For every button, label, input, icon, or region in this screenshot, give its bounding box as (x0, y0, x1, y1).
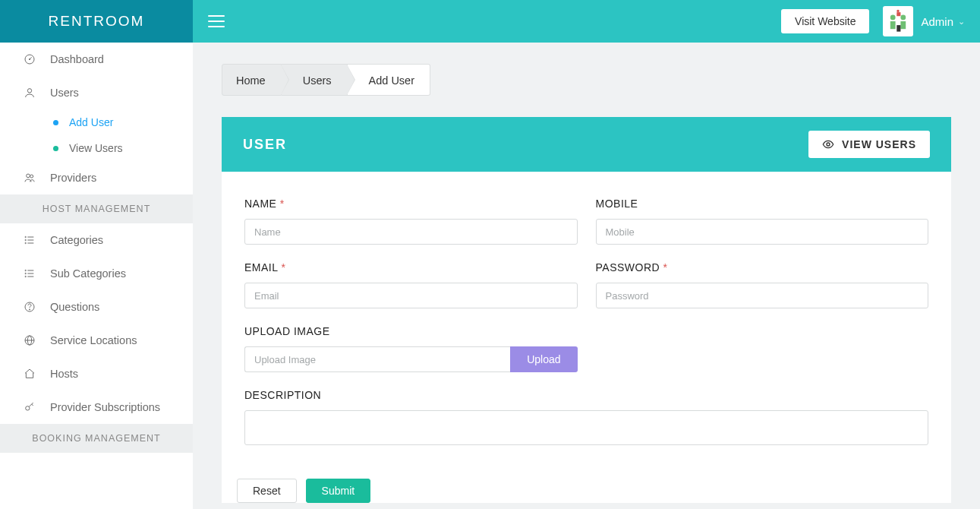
svg-rect-5 (897, 12, 901, 16)
sidebar-item-sub-categories[interactable]: Sub Categories (0, 257, 193, 290)
breadcrumb-home[interactable]: Home (222, 64, 282, 96)
sidebar-item-hosts[interactable]: Hosts (0, 357, 193, 390)
mobile-input[interactable] (596, 219, 929, 245)
svg-point-17 (25, 239, 26, 240)
providers-icon (23, 172, 36, 184)
view-users-button[interactable]: VIEW USERS (808, 131, 930, 158)
home-icon (23, 368, 36, 380)
svg-point-12 (30, 175, 33, 178)
bullet-icon (53, 146, 58, 151)
card-title: USER (243, 137, 808, 153)
list-icon (23, 234, 36, 246)
sidebar-section-booking: BOOKING MANAGEMENT (0, 424, 193, 453)
description-label: DESCRIPTION (244, 389, 928, 401)
avatar[interactable] (883, 6, 913, 36)
svg-point-7 (897, 10, 900, 12)
sidebar-subitem-add-user[interactable]: Add User (0, 109, 193, 135)
card-header: USER VIEW USERS (222, 117, 951, 172)
svg-point-31 (827, 143, 830, 146)
description-input[interactable] (244, 410, 928, 445)
view-users-button-label: VIEW USERS (842, 138, 916, 150)
reset-button[interactable]: Reset (237, 479, 297, 503)
eye-icon (822, 138, 834, 150)
sidebar-item-label: Questions (50, 301, 99, 313)
svg-point-3 (901, 15, 906, 21)
upload-button[interactable]: Upload (510, 346, 577, 372)
svg-point-22 (25, 270, 26, 270)
breadcrumb: Home Users Add User (222, 64, 951, 96)
sidebar-item-label: Dashboard (50, 53, 104, 65)
svg-point-18 (25, 242, 26, 243)
sidebar-item-dashboard[interactable]: Dashboard (0, 43, 193, 76)
sidebar-item-label: Categories (50, 234, 103, 246)
svg-point-23 (25, 273, 26, 273)
key-icon (23, 401, 36, 413)
required-mark: * (281, 261, 285, 273)
sidebar-item-service-locations[interactable]: Service Locations (0, 324, 193, 357)
sidebar: Dashboard Users Add User View Users Prov… (0, 43, 193, 509)
svg-point-24 (25, 276, 26, 277)
sidebar-subitem-label: Add User (69, 116, 113, 128)
chevron-down-icon: ⌄ (958, 17, 965, 27)
sidebar-item-label: Service Locations (50, 334, 137, 346)
svg-point-1 (890, 15, 896, 21)
name-input[interactable] (244, 219, 578, 245)
globe-icon (23, 334, 36, 346)
help-icon (23, 301, 36, 313)
sidebar-item-providers[interactable]: Providers (0, 161, 193, 194)
svg-rect-6 (897, 25, 901, 32)
svg-point-9 (29, 58, 30, 59)
visit-website-button[interactable]: Visit Website (781, 9, 869, 33)
sidebar-item-questions[interactable]: Questions (0, 290, 193, 324)
svg-rect-2 (890, 21, 896, 29)
top-header: Visit Website Admin ⌄ (193, 0, 980, 43)
svg-point-30 (26, 406, 30, 410)
submit-button[interactable]: Submit (306, 479, 371, 503)
name-label: NAME * (244, 198, 578, 210)
svg-point-11 (27, 174, 30, 178)
required-mark: * (280, 198, 285, 210)
svg-point-26 (29, 309, 30, 310)
sidebar-item-users[interactable]: Users (0, 76, 193, 109)
bullet-icon (53, 120, 58, 125)
sidebar-subitem-label: View Users (69, 142, 123, 154)
sidebar-item-categories[interactable]: Categories (0, 223, 193, 257)
upload-image-input[interactable] (244, 346, 510, 372)
menu-toggle-icon[interactable] (208, 11, 225, 31)
form-body: NAME * MOBILE EMAIL * (222, 172, 951, 471)
sidebar-item-label: Providers (50, 172, 96, 184)
form-actions: Reset Submit (222, 471, 951, 503)
breadcrumb-users[interactable]: Users (282, 64, 348, 96)
sidebar-item-label: Provider Subscriptions (50, 401, 160, 413)
password-label: PASSWORD * (596, 261, 929, 273)
sidebar-item-label: Hosts (50, 368, 78, 380)
password-input[interactable] (596, 283, 929, 308)
main-content: Home Users Add User USER VIEW USERS NAME… (193, 43, 980, 509)
brand-logo: RENTROOM (0, 0, 193, 43)
user-menu-dropdown[interactable]: Admin ⌄ (921, 15, 965, 28)
sidebar-subitem-view-users[interactable]: View Users (0, 135, 193, 161)
sidebar-item-label: Sub Categories (50, 267, 126, 280)
sidebar-section-host: HOST MANAGEMENT (0, 194, 193, 223)
mobile-label: MOBILE (596, 198, 929, 210)
upload-image-label: UPLOAD IMAGE (244, 325, 578, 337)
svg-rect-4 (901, 21, 906, 29)
sidebar-item-label: Users (50, 87, 79, 99)
sidebar-item-provider-subscriptions[interactable]: Provider Subscriptions (0, 390, 193, 424)
email-input[interactable] (244, 283, 578, 308)
user-form-card: USER VIEW USERS NAME * MOBILE (222, 117, 951, 503)
user-label: Admin (921, 15, 953, 28)
svg-point-16 (25, 236, 26, 237)
svg-point-10 (27, 89, 31, 93)
list-icon (23, 267, 36, 280)
user-icon (23, 87, 36, 99)
email-label: EMAIL * (244, 261, 578, 273)
breadcrumb-add-user: Add User (348, 64, 430, 96)
dashboard-icon (23, 53, 36, 65)
required-mark: * (663, 261, 668, 273)
